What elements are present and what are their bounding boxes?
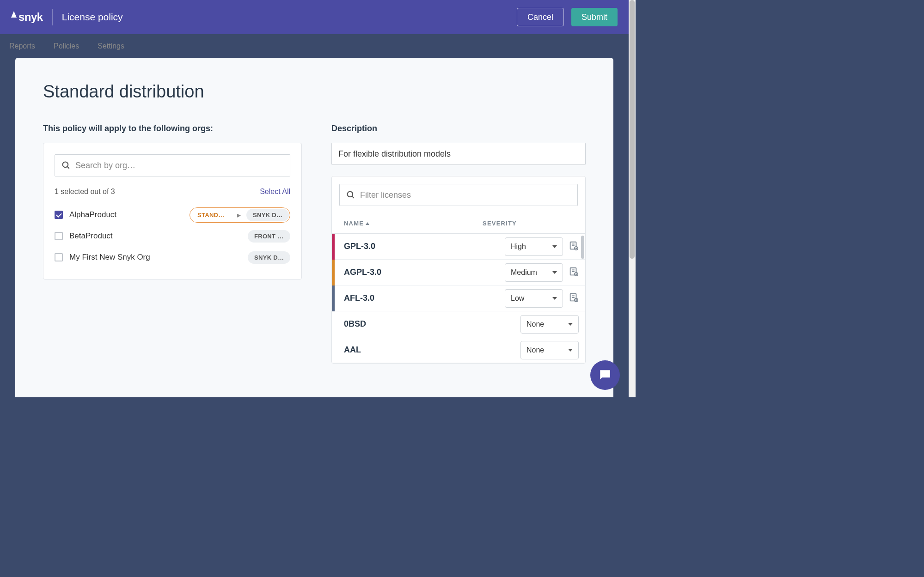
license-row-afl3: AFL-3.0 Low	[332, 285, 585, 311]
chevron-down-icon	[568, 323, 573, 326]
page-title: Standard distribution	[43, 82, 586, 102]
chat-widget-button[interactable]	[590, 360, 620, 390]
license-table-header: NAME SEVERITY	[332, 213, 585, 234]
org-tag-secondary: SNYK DEF…	[246, 209, 289, 221]
divider	[52, 9, 53, 25]
svg-line-1	[67, 167, 69, 169]
description-input[interactable]	[331, 143, 586, 165]
add-note-icon[interactable]	[569, 241, 579, 253]
severity-select[interactable]: Low	[505, 289, 563, 308]
add-note-icon[interactable]	[569, 267, 579, 279]
svg-point-2	[348, 192, 353, 197]
background-nav: Reports Policies Settings	[0, 34, 629, 58]
nav-policies[interactable]: Policies	[54, 42, 79, 50]
chevron-down-icon	[552, 271, 557, 274]
license-name: GPL-3.0	[344, 242, 505, 251]
page-scrollbar-track[interactable]	[629, 0, 636, 397]
severity-indicator	[332, 234, 335, 260]
org-checkbox[interactable]	[55, 253, 63, 261]
org-tag-primary: STANDAR…	[191, 209, 233, 221]
page-scrollbar-thumb[interactable]	[630, 0, 635, 259]
license-row-agpl3: AGPL-3.0 Medium	[332, 260, 585, 285]
severity-select[interactable]: None	[520, 315, 579, 334]
severity-indicator	[332, 260, 335, 285]
license-name: AAL	[344, 345, 520, 355]
nav-reports[interactable]: Reports	[9, 42, 35, 50]
org-name: My First New Snyk Org	[69, 253, 248, 262]
license-row-gpl3: GPL-3.0 High	[332, 234, 585, 260]
org-row-betaproduct[interactable]: BetaProduct FRONT EN…	[55, 225, 290, 247]
svg-line-3	[352, 196, 354, 198]
column-name-header[interactable]: NAME	[344, 220, 369, 227]
severity-select[interactable]: None	[520, 341, 579, 359]
license-name: AGPL-3.0	[344, 267, 505, 277]
header-title: License policy	[62, 12, 123, 23]
chat-icon	[598, 368, 612, 383]
select-all-link[interactable]: Select All	[260, 188, 290, 196]
severity-indicator	[332, 311, 335, 337]
chevron-down-icon	[568, 349, 573, 352]
org-checkbox[interactable]	[55, 232, 63, 240]
add-note-icon[interactable]	[569, 292, 579, 304]
license-filter-input[interactable]	[360, 190, 571, 200]
severity-select[interactable]: Medium	[505, 263, 563, 282]
org-row-alphaproduct[interactable]: AlphaProduct STANDAR… ▸ SNYK DEF…	[55, 204, 290, 225]
org-tag-secondary: SNYK DEF…	[248, 251, 290, 264]
license-name: AFL-3.0	[344, 293, 505, 303]
severity-indicator	[332, 337, 335, 363]
policy-modal: Standard distribution This policy will a…	[15, 58, 613, 397]
cancel-button[interactable]: Cancel	[517, 8, 564, 26]
license-scrollbar-thumb[interactable]	[581, 236, 584, 259]
license-row-0bsd: 0BSD None	[332, 311, 585, 337]
submit-button[interactable]: Submit	[571, 8, 618, 26]
org-tags: STANDAR… ▸ SNYK DEF…	[190, 207, 290, 223]
org-panel: 1 selected out of 3 Select All AlphaProd…	[43, 143, 302, 279]
org-name: AlphaProduct	[69, 210, 190, 219]
license-row-aal: AAL None	[332, 337, 585, 363]
top-bar: snyk License policy Cancel Submit	[0, 0, 629, 34]
chevron-down-icon	[552, 297, 557, 300]
license-filter-wrap[interactable]	[339, 184, 578, 206]
org-name: BetaProduct	[69, 231, 248, 241]
org-search-wrap[interactable]	[55, 154, 290, 176]
severity-indicator	[332, 285, 335, 311]
org-tag-secondary: FRONT EN…	[248, 230, 290, 243]
org-checkbox[interactable]	[55, 211, 63, 219]
sort-ascending-icon	[366, 222, 369, 225]
license-panel: NAME SEVERITY GPL-3.0 High	[331, 176, 586, 364]
nav-settings[interactable]: Settings	[98, 42, 124, 50]
chevron-down-icon	[552, 245, 557, 248]
search-icon	[61, 161, 71, 170]
org-row-myfirst[interactable]: My First New Snyk Org SNYK DEF…	[55, 247, 290, 268]
description-label: Description	[331, 124, 586, 134]
severity-select[interactable]: High	[505, 237, 563, 256]
svg-point-0	[63, 162, 68, 168]
orgs-section-label: This policy will apply to the following …	[43, 124, 302, 134]
org-search-input[interactable]	[75, 161, 283, 170]
chevron-right-icon: ▸	[237, 211, 241, 219]
license-table-body: GPL-3.0 High AGPL-3.0	[332, 234, 585, 363]
logo: snyk	[11, 11, 43, 24]
column-severity-header[interactable]: SEVERITY	[483, 220, 517, 227]
license-name: 0BSD	[344, 319, 520, 329]
search-icon	[346, 190, 355, 200]
org-selected-count: 1 selected out of 3	[55, 188, 115, 196]
